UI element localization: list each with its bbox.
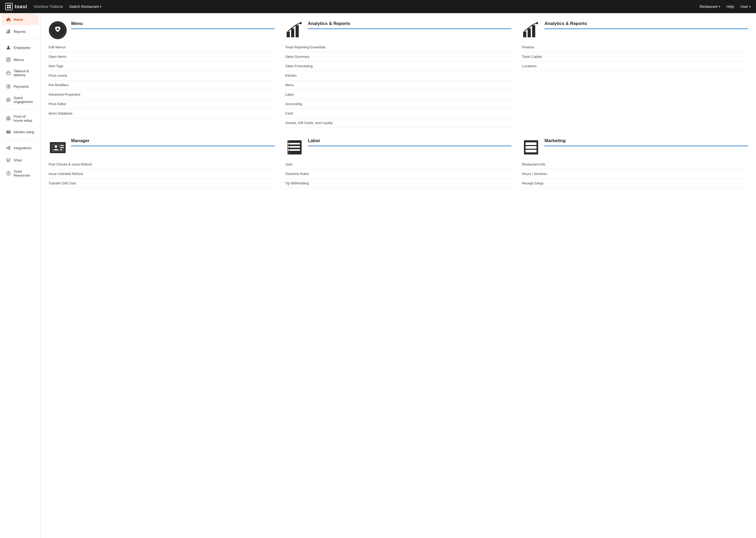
svg-point-31 bbox=[8, 172, 9, 173]
manager-title-underline bbox=[71, 145, 275, 146]
menu-item-price-levels[interactable]: Price Levels bbox=[49, 71, 275, 81]
analytics1-item-kitchen[interactable]: Kitchen bbox=[285, 71, 512, 81]
help-button[interactable]: Help bbox=[727, 4, 734, 9]
svg-rect-61 bbox=[526, 150, 537, 152]
logo-text: toast bbox=[15, 4, 27, 10]
manager-item-find-checks[interactable]: Find Checks & Issue Refund bbox=[49, 160, 275, 169]
analytics1-item-sales-forecasting[interactable]: Sales Forecasting bbox=[285, 62, 512, 71]
manager-title: Manager bbox=[71, 138, 275, 143]
svg-rect-21 bbox=[8, 132, 10, 133]
sidebar-divider-1 bbox=[3, 39, 37, 40]
payments-icon bbox=[6, 84, 11, 89]
analytics2-header: Analytics & Reports bbox=[522, 21, 748, 39]
menu-title-section: Menu bbox=[71, 21, 275, 29]
restaurant-menu-button[interactable]: Restaurant ▾ bbox=[699, 4, 720, 9]
svg-rect-3 bbox=[9, 7, 11, 8]
manager-icon bbox=[49, 138, 67, 157]
svg-rect-35 bbox=[287, 31, 290, 37]
menu-item-items-database[interactable]: Items Database bbox=[49, 109, 275, 118]
restaurant-name: Vincitrice Trattoria bbox=[34, 4, 63, 9]
sidebar-item-home[interactable]: Home bbox=[2, 14, 39, 25]
svg-rect-51 bbox=[289, 143, 300, 144]
sidebar-item-employees[interactable]: Employees bbox=[2, 42, 39, 53]
sidebar-item-takeout[interactable]: Takeout & delivery bbox=[2, 66, 39, 80]
switch-restaurant-button[interactable]: Switch Restaurant ▾ bbox=[69, 4, 102, 9]
menu-title: Menu bbox=[71, 21, 275, 26]
reports-icon bbox=[6, 29, 11, 34]
menu-item-edit-menus[interactable]: Edit Menus bbox=[49, 42, 275, 52]
svg-point-23 bbox=[9, 146, 10, 148]
menu-item-advanced-properties[interactable]: Advanced Properties bbox=[49, 90, 275, 99]
user-chevron-icon: ▾ bbox=[749, 5, 751, 8]
analytics1-item-guests[interactable]: Guests, Gift Cards, and Loyalty bbox=[285, 118, 512, 128]
menus-icon bbox=[6, 57, 11, 62]
svg-point-24 bbox=[9, 148, 10, 150]
labor-item-jobs[interactable]: Jobs bbox=[285, 160, 512, 169]
marketing-item-receipt-setup[interactable]: Receipt Setup bbox=[522, 179, 748, 188]
menu-item-item-tags[interactable]: Item Tags bbox=[49, 62, 275, 71]
labor-icon bbox=[285, 138, 304, 157]
menu-section: Menu Edit Menus Open Items Item Tags Pri… bbox=[49, 21, 275, 128]
svg-rect-39 bbox=[523, 31, 526, 37]
svg-rect-2 bbox=[7, 7, 9, 8]
kitchen-icon bbox=[6, 129, 11, 134]
analytics2-items: Finance Toast Capital Locations bbox=[522, 42, 748, 71]
sidebar-divider-2 bbox=[3, 109, 37, 109]
dashboard-grid: Menu Edit Menus Open Items Item Tags Pri… bbox=[49, 21, 748, 188]
svg-point-42 bbox=[536, 22, 538, 24]
labor-header: Labor bbox=[285, 138, 512, 157]
manager-header: Manager bbox=[49, 138, 275, 157]
main-content: Menu Edit Menus Open Items Item Tags Pri… bbox=[41, 13, 756, 538]
analytics1-item-menu[interactable]: Menu bbox=[285, 81, 512, 90]
marketing-title: Marketing bbox=[544, 138, 748, 143]
labor-item-tip-withholding[interactable]: Tip Withholding bbox=[285, 179, 512, 188]
analytics1-item-labor[interactable]: Labor bbox=[285, 90, 512, 99]
analytics1-item-cash[interactable]: Cash bbox=[285, 109, 512, 118]
analytics1-item-sales-summary[interactable]: Sales Summary bbox=[285, 52, 512, 62]
employees-icon bbox=[6, 45, 11, 50]
menu-item-price-editor[interactable]: Price Editor bbox=[49, 99, 275, 109]
sidebar-item-menus[interactable]: Menus bbox=[2, 54, 39, 65]
sidebar-item-payments[interactable]: Payments bbox=[2, 81, 39, 92]
marketing-items: Restaurant Info Hours / Services Receipt… bbox=[522, 160, 748, 188]
marketing-item-hours[interactable]: Hours / Services bbox=[522, 169, 748, 179]
analytics1-item-toast-reporting[interactable]: Toast Reporting Essentials bbox=[285, 42, 512, 52]
svg-rect-5 bbox=[8, 31, 9, 33]
sidebar-item-front-of-house[interactable]: Front of house setup bbox=[2, 111, 39, 126]
menu-item-pre-modifiers[interactable]: Pre Modifiers bbox=[49, 81, 275, 90]
marketing-item-restaurant-info[interactable]: Restaurant Info bbox=[522, 160, 748, 169]
analytics1-item-accounting[interactable]: Accounting bbox=[285, 99, 512, 109]
sidebar-item-integrations[interactable]: Integrations bbox=[2, 142, 39, 154]
menu-item-open-items[interactable]: Open Items bbox=[49, 52, 275, 62]
svg-rect-53 bbox=[289, 149, 300, 151]
analytics2-item-finance[interactable]: Finance bbox=[522, 42, 748, 52]
sidebar-item-shop[interactable]: Shop bbox=[2, 154, 39, 166]
integrations-icon bbox=[6, 145, 11, 150]
sidebar-item-toast-resources[interactable]: Toast Resources bbox=[2, 166, 39, 181]
manager-item-transfer-gift[interactable]: Transfer Gift Card bbox=[49, 179, 275, 188]
marketing-icon bbox=[522, 138, 540, 157]
svg-rect-6 bbox=[9, 30, 10, 33]
shop-icon bbox=[6, 157, 11, 163]
sidebar-item-reports[interactable]: Reports bbox=[2, 26, 39, 37]
manager-item-issue-refund[interactable]: Issue Unlinked Refund bbox=[49, 169, 275, 179]
analytics1-header: Analytics & Reports bbox=[285, 21, 512, 39]
labor-section: Labor Jobs Overtime Rules Tip Withholdin… bbox=[285, 138, 512, 188]
logo[interactable]: toast bbox=[5, 3, 27, 10]
svg-point-34 bbox=[57, 28, 59, 30]
sidebar-item-kitchen[interactable]: Kitchen setup bbox=[2, 126, 39, 138]
analytics2-item-toast-capital[interactable]: Toast Capital bbox=[522, 52, 748, 62]
user-menu-button[interactable]: User ▾ bbox=[740, 4, 751, 9]
svg-rect-36 bbox=[291, 28, 294, 37]
marketing-section: Marketing Restaurant Info Hours / Servic… bbox=[522, 138, 748, 188]
sidebar: Home Reports Employee bbox=[0, 13, 41, 538]
svg-rect-1 bbox=[9, 5, 11, 6]
labor-title: Labor bbox=[308, 138, 512, 143]
svg-point-22 bbox=[7, 147, 8, 149]
labor-item-overtime[interactable]: Overtime Rules bbox=[285, 169, 512, 179]
analytics2-item-locations[interactable]: Locations bbox=[522, 62, 748, 71]
sidebar-item-guest[interactable]: Guest engagement bbox=[2, 93, 39, 107]
svg-point-57 bbox=[288, 149, 289, 151]
manager-title-section: Manager bbox=[71, 138, 275, 146]
svg-rect-0 bbox=[7, 5, 9, 6]
